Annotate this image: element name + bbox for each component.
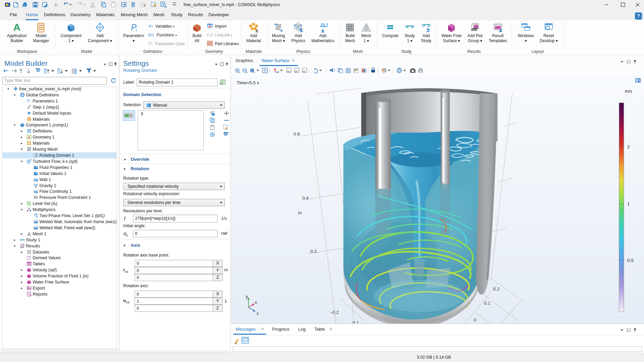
svg-text:DC: DC <box>34 191 37 193</box>
svg-text:0.2: 0.2 <box>310 249 317 254</box>
svg-text:z: z <box>257 311 259 316</box>
svg-text:f(x): f(x) <box>148 33 154 37</box>
svg-text:DC: DC <box>34 180 37 182</box>
svg-text:P: P <box>27 99 30 103</box>
svg-text:x: x <box>255 300 257 305</box>
svg-text:xy: xy <box>287 70 290 73</box>
svg-text:2: 2 <box>627 144 630 149</box>
svg-text:y: y <box>246 294 248 299</box>
svg-text:i: i <box>152 43 152 46</box>
svg-text:A: A <box>13 22 21 33</box>
svg-text:e-12: e-12 <box>27 258 31 260</box>
svg-text:0.5: 0.5 <box>627 258 634 263</box>
svg-text:m: m <box>298 210 302 215</box>
svg-text:yz: yz <box>295 70 298 73</box>
svg-text:0.6: 0.6 <box>294 131 300 137</box>
svg-text:D: D <box>34 165 36 168</box>
svg-text:D: D <box>34 172 36 174</box>
svg-text:i: i <box>136 28 137 33</box>
svg-text:a=: a= <box>148 24 153 28</box>
svg-text:0.1: 0.1 <box>484 301 490 306</box>
svg-text:0.4: 0.4 <box>302 195 309 201</box>
svg-text:A: A <box>28 135 31 139</box>
svg-text:m/s: m/s <box>625 89 632 94</box>
svg-text:1: 1 <box>627 201 630 206</box>
svg-text:0.1: 0.1 <box>352 320 359 324</box>
svg-text:i: i <box>30 101 30 103</box>
svg-text:0: 0 <box>474 318 476 323</box>
svg-text:0.2: 0.2 <box>493 286 500 292</box>
svg-text:xz: xz <box>303 70 305 73</box>
svg-text:8.85: 8.85 <box>27 255 31 258</box>
svg-text:P: P <box>149 41 151 46</box>
svg-text:-0.2: -0.2 <box>331 310 339 315</box>
